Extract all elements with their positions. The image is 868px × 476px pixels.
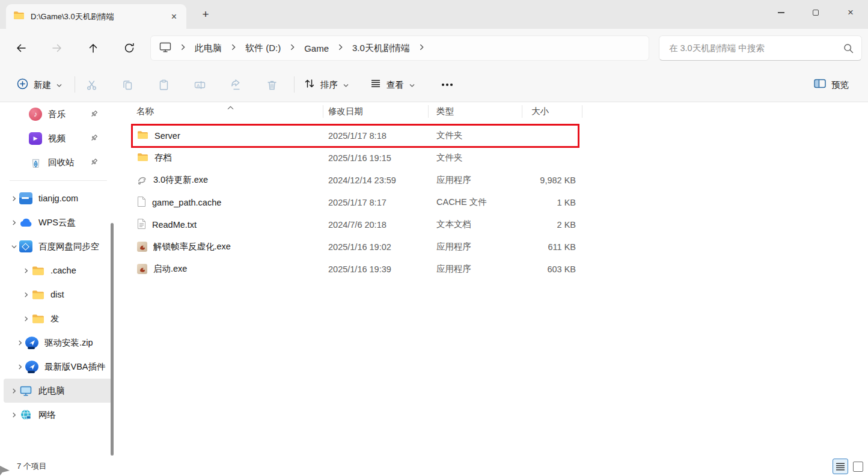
minimize-button[interactable] (763, 0, 798, 25)
chevron-right-icon[interactable] (8, 195, 19, 202)
column-divider[interactable] (428, 105, 429, 118)
recycle-bin-icon (29, 157, 42, 168)
file-list: Server 2025/1/17 8:18 文件夹 存档 2025/1/16 1… (131, 124, 582, 280)
content-area: ♪ 音乐 ▶ 视频 回收站 tianjg.com WPS云 (0, 102, 868, 457)
ellipsis-icon (442, 84, 453, 86)
view-list-icon (370, 78, 381, 91)
file-row-unlock-exe[interactable]: 解锁帧率反虚化.exe 2025/1/16 19:02 应用程序 611 KB (131, 236, 582, 258)
chevron-right-icon[interactable] (230, 43, 237, 53)
refresh-button[interactable] (117, 36, 141, 60)
column-header-date[interactable]: 修改日期 (323, 106, 428, 117)
file-type: 文本文档 (428, 219, 522, 230)
sidebar-item-cache-folder[interactable]: .cache (4, 258, 112, 282)
app-dragon-icon (137, 242, 147, 252)
navigation-bar: 此电脑 软件 (D:) Game 3.0天机剧情端 (0, 29, 868, 67)
chevron-right-icon[interactable] (8, 219, 19, 226)
sidebar-item-music[interactable]: ♪ 音乐 (4, 102, 112, 126)
view-button[interactable]: 查看 (368, 74, 417, 96)
sort-button[interactable]: 排序 (302, 74, 351, 96)
app-sketch-icon (137, 174, 147, 186)
column-header-type[interactable]: 类型 (428, 106, 522, 117)
file-row-archive[interactable]: 存档 2025/1/16 19:15 文件夹 (131, 147, 582, 169)
file-blank-icon (137, 196, 146, 209)
sidebar-item-recycle-bin[interactable]: 回收站 (4, 150, 112, 174)
file-size: 9,982 KB (522, 175, 577, 185)
sidebar-item-baidu-sync[interactable]: 百度网盘同步空 (4, 234, 112, 258)
preview-button[interactable]: 预览 (811, 74, 851, 96)
chevron-right-icon[interactable] (20, 291, 31, 298)
address-bar[interactable]: 此电脑 软件 (D:) Game 3.0天机剧情端 (150, 35, 649, 61)
file-row-launch-exe[interactable]: 启动.exe 2025/1/16 19:39 应用程序 603 KB (131, 258, 582, 280)
tab-close-icon[interactable]: × (169, 11, 179, 22)
chevron-right-icon[interactable] (418, 43, 426, 53)
sidebar-item-label: tianjg.com (38, 194, 78, 203)
sidebar-item-vba-zip[interactable]: 最新版VBA插件 (4, 355, 112, 379)
status-bar: 7 个项目 (0, 457, 868, 476)
delete-button[interactable] (260, 73, 284, 97)
copy-button[interactable] (115, 73, 139, 97)
sidebar-item-wps-cloud[interactable]: WPS云盘 (4, 210, 112, 234)
breadcrumb-drive-d[interactable]: 软件 (D:) (245, 43, 281, 54)
file-row-cache[interactable]: game_path.cache 2025/1/17 8:17 CACHE 文件 … (131, 191, 582, 213)
column-divider[interactable] (323, 105, 323, 118)
details-view-button[interactable] (833, 459, 848, 474)
icons-view-button[interactable] (853, 462, 863, 472)
plus-circle-icon (17, 78, 28, 92)
sort-icon (304, 78, 315, 91)
pin-icon (90, 157, 99, 168)
cloud-icon (19, 218, 32, 227)
file-date: 2025/1/17 8:18 (323, 131, 428, 141)
new-button[interactable]: 新建 (14, 74, 64, 96)
sidebar-scrollbar[interactable] (111, 223, 114, 456)
file-size: 1 KB (522, 198, 577, 207)
sidebar-item-label: 驱动安装.zip (44, 337, 93, 349)
paste-button[interactable] (151, 73, 176, 97)
forward-button[interactable] (45, 36, 69, 60)
sidebar-item-this-pc[interactable]: 此电脑 (4, 379, 112, 403)
chevron-right-icon[interactable] (8, 388, 19, 394)
back-button[interactable] (9, 36, 33, 60)
more-options-button[interactable] (435, 73, 459, 97)
rename-button[interactable]: A (188, 73, 212, 97)
preview-pane-icon (814, 79, 826, 91)
file-name: Server (154, 131, 180, 141)
chevron-down-icon[interactable] (8, 243, 19, 250)
chevron-right-icon[interactable] (14, 364, 25, 370)
close-button[interactable]: × (833, 0, 868, 25)
file-type: 应用程序 (428, 174, 522, 186)
explorer-tab[interactable]: D:\Game\3.0天机剧情端 × (6, 4, 186, 29)
chevron-right-icon[interactable] (337, 43, 344, 53)
file-row-readme[interactable]: ReadMe.txt 2024/7/6 20:18 文本文档 2 KB (131, 213, 582, 236)
file-row-update-exe[interactable]: 3.0待更新.exe 2024/12/14 23:59 应用程序 9,982 K… (131, 169, 582, 191)
sidebar-item-driver-zip[interactable]: 驱动安装.zip (4, 331, 112, 355)
sidebar-item-dist-folder[interactable]: dist (4, 282, 112, 307)
sidebar-item-label: dist (50, 290, 64, 299)
chevron-right-icon[interactable] (14, 340, 25, 346)
search-input[interactable] (659, 36, 861, 60)
sidebar-item-network[interactable]: 网络 (4, 403, 112, 427)
up-button[interactable] (81, 36, 105, 60)
chevron-right-icon[interactable] (8, 412, 19, 418)
sidebar-item-fa-folder[interactable]: 发 (4, 307, 112, 331)
search-icon[interactable] (843, 43, 854, 56)
zip-archive-icon (25, 337, 38, 349)
column-divider[interactable] (582, 105, 582, 118)
breadcrumb-game[interactable]: Game (304, 43, 329, 53)
file-type: CACHE 文件 (428, 197, 522, 208)
column-header-size[interactable]: 大小 (522, 106, 577, 117)
share-button[interactable] (224, 73, 248, 97)
cut-button[interactable] (79, 73, 103, 97)
file-row-server[interactable]: Server 2025/1/17 8:18 文件夹 (131, 124, 582, 147)
file-date: 2024/12/14 23:59 (323, 175, 428, 185)
chevron-right-icon[interactable] (20, 316, 31, 322)
chevron-right-icon[interactable] (289, 43, 296, 53)
chevron-right-icon[interactable] (20, 267, 31, 274)
maximize-button[interactable] (798, 0, 833, 25)
sidebar-item-videos[interactable]: ▶ 视频 (4, 126, 112, 150)
sidebar-item-tianjg[interactable]: tianjg.com (4, 186, 112, 210)
breadcrumb-this-pc[interactable]: 此电脑 (195, 43, 222, 54)
column-divider[interactable] (522, 105, 522, 118)
new-tab-button[interactable]: + (197, 6, 214, 23)
breadcrumb-current-folder[interactable]: 3.0天机剧情端 (352, 43, 410, 54)
sidebar-item-label: 此电脑 (38, 385, 65, 397)
